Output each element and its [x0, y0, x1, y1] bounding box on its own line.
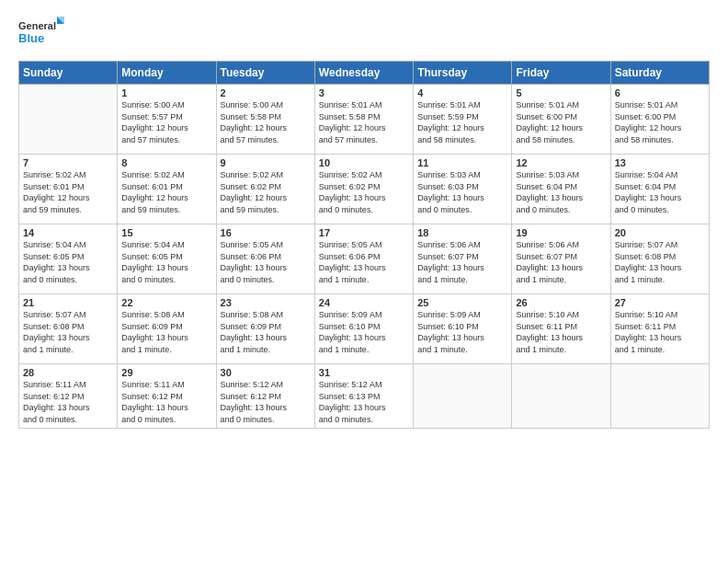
day-number: 15 — [121, 227, 211, 238]
weekday-header-tuesday: Tuesday — [216, 62, 314, 85]
day-number: 5 — [516, 87, 606, 98]
day-number: 20 — [615, 227, 705, 238]
day-info: Sunrise: 5:10 AM Sunset: 6:11 PM Dayligh… — [516, 309, 606, 355]
logo: General Blue — [18, 15, 64, 52]
day-info: Sunrise: 5:02 AM Sunset: 6:01 PM Dayligh… — [23, 169, 113, 215]
week-row-2: 7Sunrise: 5:02 AM Sunset: 6:01 PM Daylig… — [19, 155, 710, 224]
day-info: Sunrise: 5:05 AM Sunset: 6:06 PM Dayligh… — [319, 239, 409, 285]
day-info: Sunrise: 5:06 AM Sunset: 6:07 PM Dayligh… — [417, 239, 507, 285]
calendar-cell: 4Sunrise: 5:01 AM Sunset: 5:59 PM Daylig… — [414, 85, 512, 155]
day-number: 3 — [319, 87, 409, 98]
calendar-cell: 5Sunrise: 5:01 AM Sunset: 6:00 PM Daylig… — [512, 85, 610, 155]
calendar-cell: 26Sunrise: 5:10 AM Sunset: 6:11 PM Dayli… — [512, 294, 610, 364]
day-number: 29 — [121, 367, 211, 378]
calendar-cell: 16Sunrise: 5:05 AM Sunset: 6:06 PM Dayli… — [216, 224, 314, 294]
calendar-cell: 12Sunrise: 5:03 AM Sunset: 6:04 PM Dayli… — [512, 155, 610, 224]
day-info: Sunrise: 5:00 AM Sunset: 5:58 PM Dayligh… — [221, 99, 311, 145]
day-number: 10 — [319, 157, 409, 168]
calendar-cell: 13Sunrise: 5:04 AM Sunset: 6:04 PM Dayli… — [610, 155, 709, 224]
weekday-header-wednesday: Wednesday — [314, 62, 413, 85]
day-info: Sunrise: 5:10 AM Sunset: 6:11 PM Dayligh… — [615, 309, 705, 355]
header: General Blue — [18, 15, 710, 52]
calendar-cell: 30Sunrise: 5:12 AM Sunset: 6:12 PM Dayli… — [216, 364, 314, 429]
calendar-cell: 18Sunrise: 5:06 AM Sunset: 6:07 PM Dayli… — [414, 224, 512, 294]
day-info: Sunrise: 5:08 AM Sunset: 6:09 PM Dayligh… — [121, 309, 211, 355]
calendar-cell: 23Sunrise: 5:08 AM Sunset: 6:09 PM Dayli… — [216, 294, 314, 364]
weekday-header-thursday: Thursday — [414, 62, 512, 85]
day-info: Sunrise: 5:12 AM Sunset: 6:12 PM Dayligh… — [221, 379, 311, 425]
day-info: Sunrise: 5:01 AM Sunset: 5:59 PM Dayligh… — [417, 99, 507, 145]
calendar-cell: 27Sunrise: 5:10 AM Sunset: 6:11 PM Dayli… — [610, 294, 709, 364]
calendar-cell: 21Sunrise: 5:07 AM Sunset: 6:08 PM Dayli… — [19, 294, 118, 364]
calendar-cell: 31Sunrise: 5:12 AM Sunset: 6:13 PM Dayli… — [314, 364, 413, 429]
day-number: 4 — [417, 87, 507, 98]
logo-graphic: General Blue — [18, 15, 64, 52]
day-number: 8 — [121, 157, 211, 168]
day-number: 12 — [516, 157, 606, 168]
day-number: 6 — [615, 87, 705, 98]
day-info: Sunrise: 5:04 AM Sunset: 6:04 PM Dayligh… — [615, 169, 705, 215]
calendar-cell: 14Sunrise: 5:04 AM Sunset: 6:05 PM Dayli… — [19, 224, 118, 294]
calendar-cell: 19Sunrise: 5:06 AM Sunset: 6:07 PM Dayli… — [512, 224, 610, 294]
calendar-cell: 3Sunrise: 5:01 AM Sunset: 5:58 PM Daylig… — [314, 85, 413, 155]
calendar-cell: 28Sunrise: 5:11 AM Sunset: 6:12 PM Dayli… — [19, 364, 118, 429]
week-row-3: 14Sunrise: 5:04 AM Sunset: 6:05 PM Dayli… — [19, 224, 710, 294]
day-number: 9 — [221, 157, 311, 168]
day-number: 11 — [417, 157, 507, 168]
day-info: Sunrise: 5:04 AM Sunset: 6:05 PM Dayligh… — [121, 239, 211, 285]
weekday-header-saturday: Saturday — [610, 62, 709, 85]
calendar-cell: 7Sunrise: 5:02 AM Sunset: 6:01 PM Daylig… — [19, 155, 118, 224]
day-number: 17 — [319, 227, 409, 238]
calendar-cell: 8Sunrise: 5:02 AM Sunset: 6:01 PM Daylig… — [118, 155, 216, 224]
day-info: Sunrise: 5:07 AM Sunset: 6:08 PM Dayligh… — [615, 239, 705, 285]
day-info: Sunrise: 5:09 AM Sunset: 6:10 PM Dayligh… — [417, 309, 507, 355]
calendar-cell — [19, 85, 118, 155]
calendar-cell: 11Sunrise: 5:03 AM Sunset: 6:03 PM Dayli… — [414, 155, 512, 224]
day-number: 13 — [615, 157, 705, 168]
day-number: 18 — [417, 227, 507, 238]
svg-text:General: General — [18, 20, 56, 31]
svg-text:Blue: Blue — [18, 31, 44, 45]
calendar-cell: 24Sunrise: 5:09 AM Sunset: 6:10 PM Dayli… — [314, 294, 413, 364]
day-number: 19 — [516, 227, 606, 238]
day-info: Sunrise: 5:03 AM Sunset: 6:03 PM Dayligh… — [417, 169, 507, 215]
day-info: Sunrise: 5:04 AM Sunset: 6:05 PM Dayligh… — [23, 239, 113, 285]
calendar-cell: 9Sunrise: 5:02 AM Sunset: 6:02 PM Daylig… — [216, 155, 314, 224]
day-info: Sunrise: 5:01 AM Sunset: 5:58 PM Dayligh… — [319, 99, 409, 145]
calendar-cell: 25Sunrise: 5:09 AM Sunset: 6:10 PM Dayli… — [414, 294, 512, 364]
week-row-4: 21Sunrise: 5:07 AM Sunset: 6:08 PM Dayli… — [19, 294, 710, 364]
day-number: 2 — [221, 87, 311, 98]
calendar-cell: 29Sunrise: 5:11 AM Sunset: 6:12 PM Dayli… — [118, 364, 216, 429]
day-number: 28 — [23, 367, 113, 378]
day-number: 31 — [319, 367, 409, 378]
page: General Blue SundayMondayTuesdayWednesda… — [0, 0, 728, 563]
calendar-cell — [414, 364, 512, 429]
weekday-header-friday: Friday — [512, 62, 610, 85]
calendar-cell — [610, 364, 709, 429]
day-number: 25 — [417, 297, 507, 308]
calendar-table: SundayMondayTuesdayWednesdayThursdayFrid… — [18, 61, 710, 429]
day-info: Sunrise: 5:06 AM Sunset: 6:07 PM Dayligh… — [516, 239, 606, 285]
day-info: Sunrise: 5:08 AM Sunset: 6:09 PM Dayligh… — [221, 309, 311, 355]
day-info: Sunrise: 5:02 AM Sunset: 6:02 PM Dayligh… — [221, 169, 311, 215]
day-number: 23 — [221, 297, 311, 308]
day-info: Sunrise: 5:02 AM Sunset: 6:01 PM Dayligh… — [121, 169, 211, 215]
day-number: 22 — [121, 297, 211, 308]
day-number: 30 — [221, 367, 311, 378]
weekday-header-row: SundayMondayTuesdayWednesdayThursdayFrid… — [19, 62, 710, 85]
day-info: Sunrise: 5:07 AM Sunset: 6:08 PM Dayligh… — [23, 309, 113, 355]
calendar-cell: 2Sunrise: 5:00 AM Sunset: 5:58 PM Daylig… — [216, 85, 314, 155]
day-info: Sunrise: 5:12 AM Sunset: 6:13 PM Dayligh… — [319, 379, 409, 425]
calendar-cell: 22Sunrise: 5:08 AM Sunset: 6:09 PM Dayli… — [118, 294, 216, 364]
weekday-header-monday: Monday — [118, 62, 216, 85]
day-number: 1 — [121, 87, 211, 98]
calendar-cell: 10Sunrise: 5:02 AM Sunset: 6:02 PM Dayli… — [314, 155, 413, 224]
calendar-cell: 1Sunrise: 5:00 AM Sunset: 5:57 PM Daylig… — [118, 85, 216, 155]
day-number: 24 — [319, 297, 409, 308]
day-info: Sunrise: 5:01 AM Sunset: 6:00 PM Dayligh… — [615, 99, 705, 145]
calendar-cell — [512, 364, 610, 429]
day-info: Sunrise: 5:03 AM Sunset: 6:04 PM Dayligh… — [516, 169, 606, 215]
day-info: Sunrise: 5:00 AM Sunset: 5:57 PM Dayligh… — [121, 99, 211, 145]
calendar-cell: 17Sunrise: 5:05 AM Sunset: 6:06 PM Dayli… — [314, 224, 413, 294]
calendar-cell: 20Sunrise: 5:07 AM Sunset: 6:08 PM Dayli… — [610, 224, 709, 294]
